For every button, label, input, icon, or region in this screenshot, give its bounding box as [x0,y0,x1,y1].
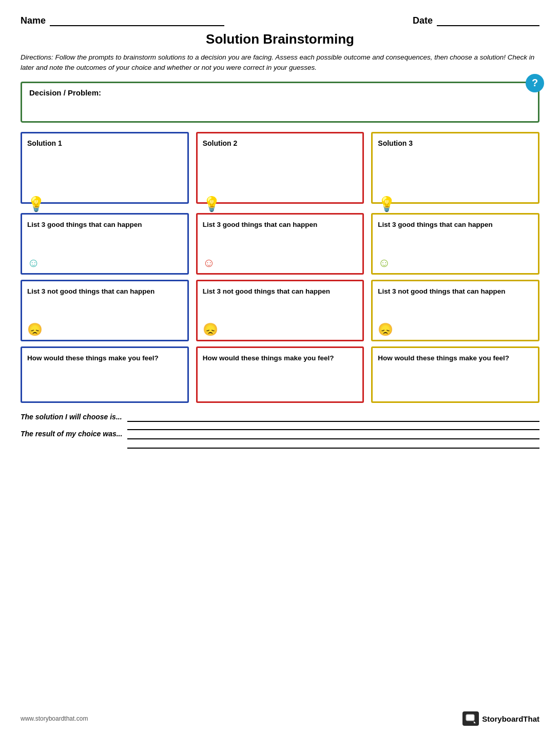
result-line-2 [127,438,539,439]
bad-list-2: List 3 not good things that can happen 😞 [196,280,364,341]
solution-col-1: Solution 1 💡 List 3 good things that can… [21,132,189,403]
choose-row: The solution I will choose is... [21,412,539,422]
name-field: Name [21,15,224,26]
choose-line [127,421,539,422]
bad-list-3: List 3 not good things that can happen 😞 [371,280,539,341]
footer: www.storyboardthat.com StoryboardThat [21,711,539,726]
bulb-icon-1: 💡 [27,197,45,211]
decision-box: Decision / Problem: ? [21,82,539,123]
date-field: Date [413,15,539,26]
bad-label-1: List 3 not good things that can happen [27,287,155,295]
good-list-3: List 3 good things that can happen ☺ [371,213,539,275]
smiley-icon-2: ☺ [203,256,216,270]
solution-2-title: Solution 2 [203,139,238,147]
good-list-1: List 3 good things that can happen ☺ [21,213,189,275]
solution-1-box: Solution 1 💡 [21,132,189,204]
sad-icon-2: 😞 [203,322,218,337]
decision-label: Decision / Problem: [29,88,101,97]
bottom-section: The solution I will choose is... The res… [21,412,539,451]
solutions-grid: Solution 1 💡 List 3 good things that can… [21,132,539,403]
smiley-icon-3: ☺ [378,256,391,270]
footer-url: www.storyboardthat.com [21,715,88,722]
solution-3-title: Solution 3 [378,139,413,147]
svg-rect-0 [466,714,474,721]
result-line-1 [127,429,539,430]
good-label-1: List 3 good things that can happen [27,221,142,228]
feel-label-1: How would these things make you feel? [27,354,159,362]
solution-3-box: Solution 3 💡 [371,132,539,204]
solution-col-3: Solution 3 💡 List 3 good things that can… [371,132,539,403]
smiley-icon-1: ☺ [27,256,40,270]
result-line-3 [127,448,539,449]
bad-label-2: List 3 not good things that can happen [203,287,330,295]
solution-2-box: Solution 2 💡 [196,132,364,204]
sad-icon-1: 😞 [27,322,43,337]
result-row: The result of my choice was... [21,429,539,451]
feel-box-3: How would these things make you feel? [371,346,539,403]
good-label-2: List 3 good things that can happen [203,221,318,228]
name-line [50,25,224,26]
directions-text: Directions: Follow the prompts to brains… [21,52,539,73]
question-badge: ? [526,74,544,92]
solution-1-title: Solution 1 [27,139,62,147]
date-line [437,25,539,26]
footer-brand: StoryboardThat [462,711,539,726]
solution-col-2: Solution 2 💡 List 3 good things that can… [196,132,364,403]
good-label-3: List 3 good things that can happen [378,221,493,228]
storyboard-icon [462,711,479,726]
feel-box-1: How would these things make you feel? [21,346,189,403]
choose-label: The solution I will choose is... [21,412,122,422]
date-label: Date [413,15,433,26]
bulb-icon-3: 💡 [378,197,396,211]
feel-label-3: How would these things make you feel? [378,354,509,362]
feel-box-2: How would these things make you feel? [196,346,364,403]
good-list-2: List 3 good things that can happen ☺ [196,213,364,275]
bad-label-3: List 3 not good things that can happen [378,287,505,295]
result-label: The result of my choice was... [21,429,122,439]
header: Name Date [21,15,539,26]
brand-name: StoryboardThat [482,714,539,723]
page-title: Solution Brainstorming [21,31,539,47]
svg-marker-2 [474,721,476,723]
sad-icon-3: 😞 [378,322,393,337]
bad-list-1: List 3 not good things that can happen 😞 [21,280,189,341]
feel-label-2: How would these things make you feel? [203,354,334,362]
bulb-icon-2: 💡 [203,197,221,211]
name-label: Name [21,15,46,26]
result-lines [127,429,539,451]
